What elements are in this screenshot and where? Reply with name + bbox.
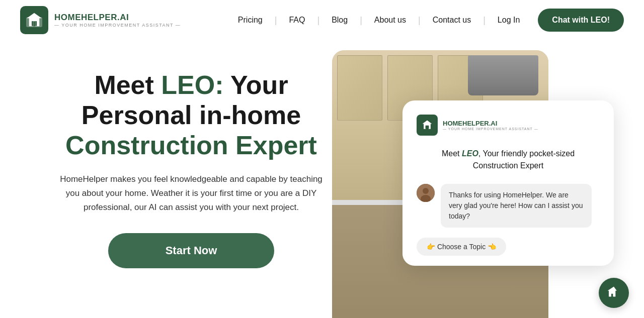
nav-link-login[interactable]: Log In: [490, 12, 528, 29]
nav-link-blog[interactable]: Blog: [324, 12, 356, 29]
chat-with-leo-button[interactable]: Chat with LEO!: [538, 9, 624, 32]
nav-link-about[interactable]: About us: [366, 12, 414, 29]
hero-section: Meet LEO: Your Personal in-home Construc…: [50, 60, 332, 268]
nav-link-contact[interactable]: Contact us: [425, 12, 479, 29]
hero-title-meet: Meet LEO: Your: [94, 70, 288, 99]
chat-logo-icon: [417, 115, 438, 136]
nav-sep-2: |: [317, 15, 319, 26]
chat-bubble: Thanks for using HomeHelper. We are very…: [441, 184, 592, 228]
choose-topic-button[interactable]: 👉 Choose a Topic 👈: [417, 238, 506, 256]
hero-title-line3: Personal in-home: [82, 100, 301, 130]
svg-rect-1: [32, 21, 37, 26]
nav-sep-5: |: [483, 15, 486, 26]
chat-brand-name: HOMEHELPER.AI: [443, 120, 538, 127]
hero-description: HomeHelper makes you feel knowledgeable …: [50, 172, 332, 215]
logo-text: HOMEHELPER.AI — YOUR HOME IMPROVEMENT AS…: [54, 13, 181, 28]
hero-title: Meet LEO: Your Personal in-home Construc…: [50, 70, 332, 160]
leo-name-emphasis: LEO: [462, 149, 478, 158]
logo[interactable]: HOMEHELPER.AI — YOUR HOME IMPROVEMENT AS…: [20, 6, 181, 34]
chat-message-row: Thanks for using HomeHelper. We are very…: [417, 184, 600, 228]
svg-rect-2: [426, 126, 429, 129]
svg-point-4: [423, 188, 429, 194]
hero-leo-highlight: LEO:: [161, 70, 223, 99]
logo-icon: [20, 6, 48, 34]
chat-card: HOMEHELPER.AI — YOUR HOME IMPROVEMENT AS…: [403, 100, 614, 266]
nav-sep-4: |: [418, 15, 421, 26]
nav-sep-3: |: [360, 15, 362, 26]
nav-link-faq[interactable]: FAQ: [281, 12, 313, 29]
start-now-button[interactable]: Start Now: [108, 233, 274, 268]
nav-sep-1: |: [275, 15, 277, 26]
float-chat-button[interactable]: [599, 278, 629, 308]
chat-logo-text: HOMEHELPER.AI — YOUR HOME IMPROVEMENT AS…: [443, 120, 538, 131]
chat-card-logo: HOMEHELPER.AI — YOUR HOME IMPROVEMENT AS…: [417, 115, 600, 136]
hero-title-line4: Construction Expert: [50, 131, 332, 161]
kitchen-hood: [468, 55, 538, 95]
logo-name: HOMEHELPER.AI: [54, 13, 181, 23]
hero-visual: HOMEHELPER.AI — YOUR HOME IMPROVEMENT AS…: [332, 60, 614, 318]
logo-tagline: — YOUR HOME IMPROVEMENT ASSISTANT —: [54, 23, 181, 28]
chat-brand-tagline: — YOUR HOME IMPROVEMENT ASSISTANT —: [443, 127, 538, 131]
nav-link-pricing[interactable]: Pricing: [230, 12, 271, 29]
main-nav: Pricing | FAQ | Blog | About us | Contac…: [230, 9, 624, 32]
chat-intro: Meet LEO, Your friendly pocket-sized Con…: [417, 148, 600, 172]
chat-avatar: [417, 184, 435, 202]
